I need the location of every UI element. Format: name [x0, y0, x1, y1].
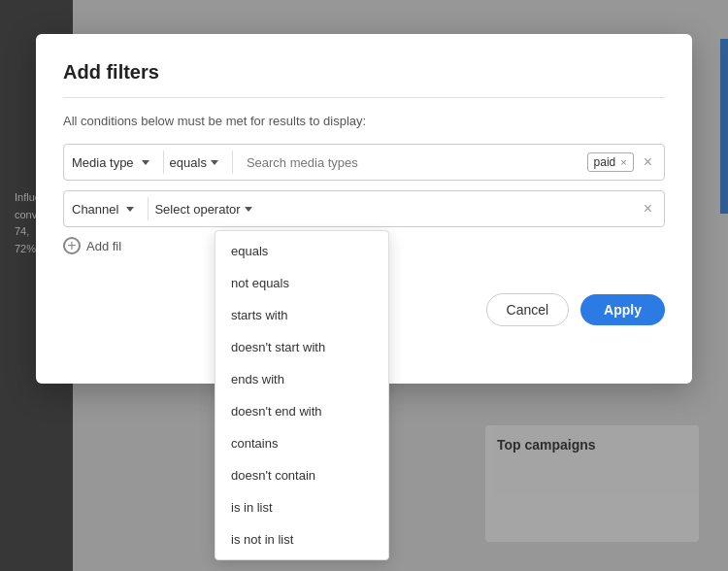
- filter1-search-input[interactable]: [239, 155, 587, 170]
- filter2-operator-select[interactable]: Select operator: [154, 202, 259, 217]
- filter1-separator1: [163, 151, 164, 174]
- filter-row-1: Media type equals paid × ×: [63, 144, 665, 181]
- dropdown-item-doesnt-contain[interactable]: doesn't contain: [215, 459, 388, 491]
- add-filters-modal: Add filters All conditions below must be…: [36, 34, 692, 384]
- dropdown-item-doesnt-end-with[interactable]: doesn't end with: [215, 395, 388, 427]
- filter1-separator2: [232, 151, 233, 174]
- dropdown-item-equals[interactable]: equals: [215, 235, 388, 267]
- filter1-row-close[interactable]: ×: [640, 153, 656, 171]
- dropdown-item-ends-with[interactable]: ends with: [215, 363, 388, 395]
- add-filter-label: Add fil: [86, 239, 121, 253]
- dropdown-item-not-equals[interactable]: not equals: [215, 267, 388, 299]
- apply-button[interactable]: Apply: [580, 294, 665, 325]
- filter2-separator1: [148, 197, 149, 220]
- dropdown-item-contains[interactable]: contains: [215, 427, 388, 459]
- dropdown-item-starts-with[interactable]: starts with: [215, 299, 388, 331]
- filter1-field-chevron[interactable]: [142, 160, 149, 165]
- filter2-field-chevron[interactable]: [126, 207, 134, 212]
- operator-dropdown: equals not equals starts with doesn't st…: [215, 230, 389, 560]
- filter-row-2: Channel Select operator × equals not equ…: [63, 190, 665, 227]
- filter2-row-close[interactable]: ×: [640, 200, 656, 218]
- filter2-field-label[interactable]: Channel: [72, 202, 118, 217]
- filter1-tag-paid: paid ×: [587, 152, 634, 172]
- filter1-operator-chevron[interactable]: [211, 160, 218, 165]
- add-filter-icon: +: [63, 237, 81, 254]
- filter1-tag-close[interactable]: ×: [620, 156, 626, 168]
- filter1-field-label[interactable]: Media type: [72, 155, 134, 170]
- filter1-operator-label[interactable]: equals: [170, 155, 226, 170]
- modal-title: Add filters: [63, 61, 665, 84]
- modal-description: All conditions below must be met for res…: [63, 114, 665, 128]
- dropdown-item-is-not-in-list[interactable]: is not in list: [215, 523, 388, 555]
- cancel-button[interactable]: Cancel: [486, 293, 570, 326]
- dropdown-item-doesnt-start-with[interactable]: doesn't start with: [215, 331, 388, 363]
- filter2-operator-chevron[interactable]: [245, 207, 252, 212]
- modal-divider: [63, 97, 665, 98]
- dropdown-item-is-in-list[interactable]: is in list: [215, 491, 388, 523]
